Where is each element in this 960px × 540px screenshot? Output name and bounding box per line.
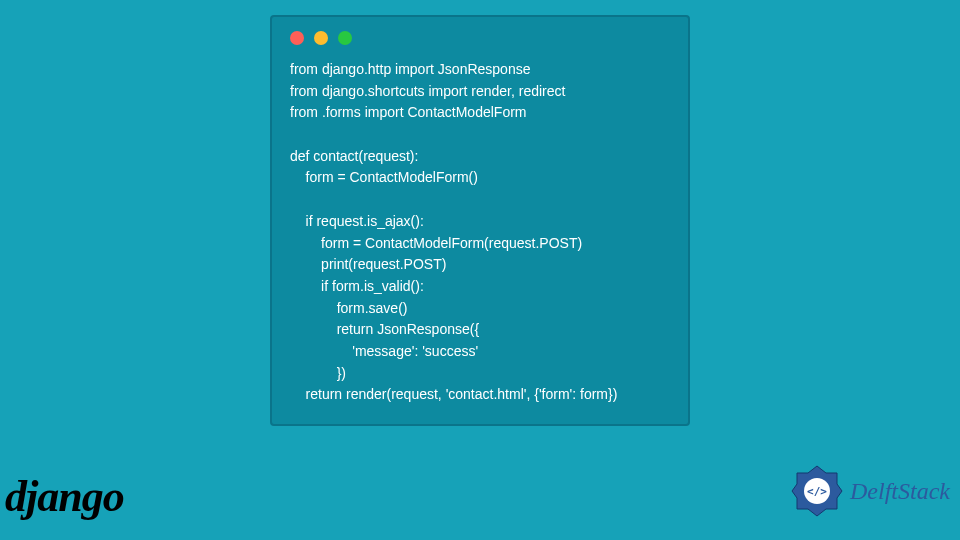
dot-maximize-icon <box>338 31 352 45</box>
delftstack-logo: </> DelftStack <box>790 464 950 518</box>
dot-close-icon <box>290 31 304 45</box>
code-block: from django.http import JsonResponse fro… <box>290 59 670 406</box>
dot-minimize-icon <box>314 31 328 45</box>
delftstack-text: DelftStack <box>850 478 950 505</box>
delftstack-badge-icon: </> <box>790 464 844 518</box>
django-logo: django <box>5 471 124 522</box>
code-card: from django.http import JsonResponse fro… <box>270 15 690 426</box>
window-dots <box>290 31 670 45</box>
svg-text:</>: </> <box>807 485 827 498</box>
